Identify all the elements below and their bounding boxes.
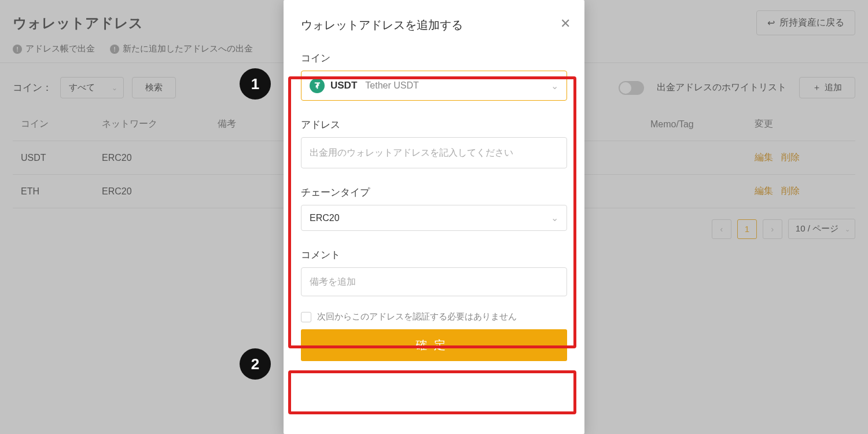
coin-select[interactable]: ₮ USDT Tether USDT ⌄ xyxy=(301,71,567,101)
checkbox-label: 次回からこのアドレスを認証する必要はありません xyxy=(317,311,517,322)
annotation-badge-1: 1 xyxy=(240,68,271,100)
chain-select[interactable]: ERC20 ⌄ xyxy=(301,205,567,231)
chain-value: ERC20 xyxy=(310,213,340,223)
coin-field-label: コイン xyxy=(301,52,567,65)
chevron-down-icon: ⌄ xyxy=(551,80,558,91)
coin-name: Tether USDT xyxy=(365,80,418,91)
add-address-modal: ウォレットアドレスを追加する ✕ コイン ₮ USDT Tether USDT … xyxy=(284,0,584,434)
modal-overlay[interactable]: ウォレットアドレスを追加する ✕ コイン ₮ USDT Tether USDT … xyxy=(0,0,868,434)
address-input[interactable]: 出金用のウォレットアドレスを記入してください xyxy=(301,137,567,168)
comment-input[interactable]: 備考を追加 xyxy=(301,267,567,296)
annotation-badge-2: 2 xyxy=(240,348,271,380)
confirm-button[interactable]: 確定 xyxy=(301,329,567,361)
comment-field-label: コメント xyxy=(301,248,567,262)
modal-title: ウォレットアドレスを追加する xyxy=(301,17,567,33)
close-icon[interactable]: ✕ xyxy=(560,16,571,31)
chevron-down-icon: ⌄ xyxy=(551,212,558,223)
chain-field-label: チェーンタイプ xyxy=(301,186,567,199)
coin-symbol: USDT xyxy=(330,80,357,91)
address-field-label: アドレス xyxy=(301,118,567,131)
tether-icon: ₮ xyxy=(310,78,325,93)
skip-verification-row[interactable]: 次回からこのアドレスを認証する必要はありません xyxy=(294,309,574,329)
checkbox[interactable] xyxy=(301,312,311,322)
